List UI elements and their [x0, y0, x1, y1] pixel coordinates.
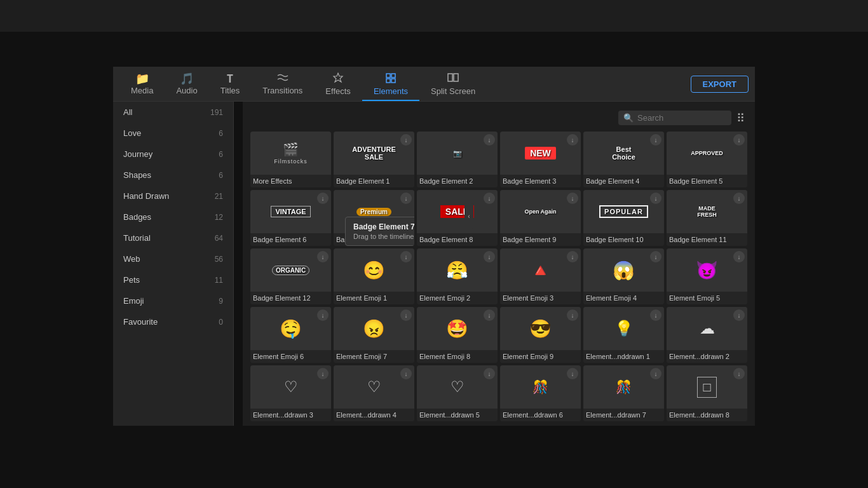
download-icon: ↓ [733, 309, 745, 321]
sidebar-item-journey[interactable]: Journey 6 [113, 144, 233, 165]
thumb-text: MADEFRESH [696, 204, 718, 219]
sidebar-item-shapes[interactable]: Shapes 6 [113, 165, 233, 186]
sidebar-item-emoji[interactable]: Emoji 9 [113, 290, 233, 311]
item-label: Element Emoji 9 [500, 350, 581, 363]
download-icon: ↓ [733, 251, 745, 262]
item-label: Element Emoji 7 [334, 350, 414, 363]
list-item[interactable]: ↓ ♡ Element...ddrawn 3 [250, 365, 331, 421]
elements-grid: 🎬 Filmstocks More Effects ↓ ADVENTURESAL… [248, 129, 750, 424]
tab-titles[interactable]: T Titles [209, 67, 252, 101]
download-icon: ↓ [650, 193, 661, 204]
item-label: Element Emoji 4 [583, 292, 664, 304]
list-item[interactable]: ↓ ♡ Element...ddrawn 4 [334, 365, 414, 421]
sidebar-label-shapes: Shapes [123, 170, 151, 180]
tab-effects[interactable]: Effects [314, 67, 362, 101]
download-icon: ↓ [567, 134, 578, 146]
sidebar-label-hand-drawn: Hand Drawn [123, 191, 169, 201]
download-icon: ↓ [650, 309, 661, 321]
item-label: More Effects [250, 175, 331, 187]
list-item[interactable]: ↓ 😎 Element Emoji 9 [500, 307, 581, 363]
download-icon: ↓ [484, 193, 495, 204]
item-label: Element...ddrawn 4 [334, 409, 414, 421]
sidebar-count-love: 6 [219, 129, 223, 138]
download-icon: ↓ [567, 193, 578, 204]
list-item[interactable]: ↓ APPROVED Badge Element 5 [667, 132, 747, 187]
download-icon: ↓ [484, 309, 495, 321]
download-icon: ↓ [733, 134, 745, 146]
sidebar-item-hand-drawn[interactable]: Hand Drawn 21 [113, 186, 233, 207]
sidebar-item-favourite[interactable]: Favourite 0 [113, 311, 233, 332]
sidebar-count-tutorial: 64 [215, 234, 223, 243]
sidebar-item-web[interactable]: Web 56 [113, 248, 233, 269]
list-item[interactable]: ↓ MADEFRESH Badge Element 11 [667, 190, 747, 246]
list-item[interactable]: ↓ 🔺 Element Emoji 3 [500, 248, 581, 304]
list-item[interactable]: ↓ ☁ Element...ddrawn 2 [667, 307, 747, 363]
list-item[interactable]: ↓ 💡 Element...nddrawn 1 [583, 307, 664, 363]
sidebar-label-pets: Pets [123, 275, 140, 285]
effects-icon [332, 72, 344, 85]
sidebar-item-tutorial[interactable]: Tutorial 64 [113, 227, 233, 248]
list-item[interactable]: ↓ SALE Badge Element 8 [417, 190, 498, 246]
grid-area: 🔍 ⠿ 🎬 Filmstocks More Effects [243, 102, 755, 426]
sidebar-count-web: 56 [215, 255, 223, 264]
tab-audio[interactable]: 🎵 Audio [165, 67, 208, 101]
app-container: 📁 Media 🎵 Audio T Titles Transitions [0, 0, 868, 488]
sidebar-item-badges[interactable]: Badges 12 [113, 207, 233, 227]
list-item[interactable]: ↓ ♡ Element...ddrawn 5 [417, 365, 498, 421]
sidebar-label-tutorial: Tutorial [123, 233, 151, 243]
list-item[interactable]: ↓ 😱 Element Emoji 4 [583, 248, 664, 304]
thumb-text: ORGANIC [272, 266, 309, 275]
list-item[interactable]: ↓ 😈 Element Emoji 5 [667, 248, 747, 304]
tab-transitions[interactable]: Transitions [251, 67, 314, 101]
list-item[interactable]: ↓ 🤤 Element Emoji 6 [250, 307, 331, 363]
download-icon: ↓ [567, 368, 578, 379]
audio-icon: 🎵 [180, 73, 194, 85]
item-thumbnail: 🎬 Filmstocks [250, 132, 331, 175]
sidebar-collapse-button[interactable]: ‹ [465, 203, 473, 229]
list-item[interactable]: ↓ 🎊 Element...ddrawn 7 [583, 365, 664, 421]
item-label: Element...ddrawn 7 [583, 409, 664, 421]
sidebar-item-all[interactable]: All 191 [113, 102, 233, 123]
list-item[interactable]: ↓ NEW Badge Element 3 [500, 132, 581, 187]
list-item[interactable]: 🎬 Filmstocks More Effects [250, 132, 331, 187]
grid-layout-icon[interactable]: ⠿ [736, 111, 745, 125]
list-item[interactable]: ↓ 🎊 Element...ddrawn 6 [500, 365, 581, 421]
thumb-text: Open Again [523, 207, 557, 216]
svg-rect-4 [391, 79, 395, 83]
list-item[interactable]: ↓ 🤩 Element Emoji 8 [417, 307, 498, 363]
list-item[interactable]: ↓ VINTAGE Badge Element 6 [250, 190, 331, 246]
list-item[interactable]: ↓ 😠 Element Emoji 7 [334, 307, 414, 363]
list-item[interactable]: ↓ ADVENTURESALE Badge Element 1 [334, 132, 414, 187]
tab-elements[interactable]: Elements [362, 67, 419, 101]
tab-media[interactable]: 📁 Media [119, 67, 165, 101]
list-item[interactable]: ↓ ORGANIC Badge Element 12 [250, 248, 331, 304]
export-button[interactable]: EXPORT [691, 76, 749, 93]
tab-transitions-label: Transitions [262, 86, 302, 95]
tab-effects-label: Effects [325, 86, 351, 96]
sidebar-count-emoji: 9 [219, 297, 223, 306]
item-thumbnail: ↓ 🔺 [500, 248, 581, 292]
tab-splitscreen[interactable]: Split Screen [419, 67, 487, 101]
item-thumbnail: ↓ ♡ [250, 365, 331, 409]
item-thumbnail: ↓ 😤 [417, 248, 498, 292]
sidebar-item-love[interactable]: Love 6 [113, 123, 233, 144]
content-area: All 191 Love 6 Journey 6 Shapes 6 Hand D… [113, 102, 755, 426]
list-item[interactable]: ↓ BestChoice Badge Element 4 [583, 132, 664, 187]
tab-splitscreen-label: Split Screen [431, 86, 475, 96]
list-item[interactable]: ↓ Premium Badge Element 7 Badge Element … [334, 190, 414, 246]
download-icon: ↓ [733, 193, 745, 204]
svg-rect-1 [386, 74, 390, 78]
item-label: Element Emoji 2 [417, 292, 498, 304]
sidebar-item-pets[interactable]: Pets 11 [113, 269, 233, 290]
list-item[interactable]: ↓ □ Element...ddrawn 8 [667, 365, 747, 421]
list-item[interactable]: ↓ Open Again Badge Element 9 [500, 190, 581, 246]
item-thumbnail: ↓ ♡ [417, 365, 498, 409]
download-icon: ↓ [484, 368, 495, 379]
list-item[interactable]: ↓ 😊 Element Emoji 1 [334, 248, 414, 304]
list-item[interactable]: ↓ POPULAR Badge Element 10 [583, 190, 664, 246]
search-input[interactable] [637, 113, 726, 123]
list-item[interactable]: ↓ 😤 Element Emoji 2 [417, 248, 498, 304]
list-item[interactable]: ↓ 📷 Badge Element 2 [417, 132, 498, 187]
download-icon: ↓ [400, 193, 412, 204]
item-thumbnail: ↓ 📷 [417, 132, 498, 175]
